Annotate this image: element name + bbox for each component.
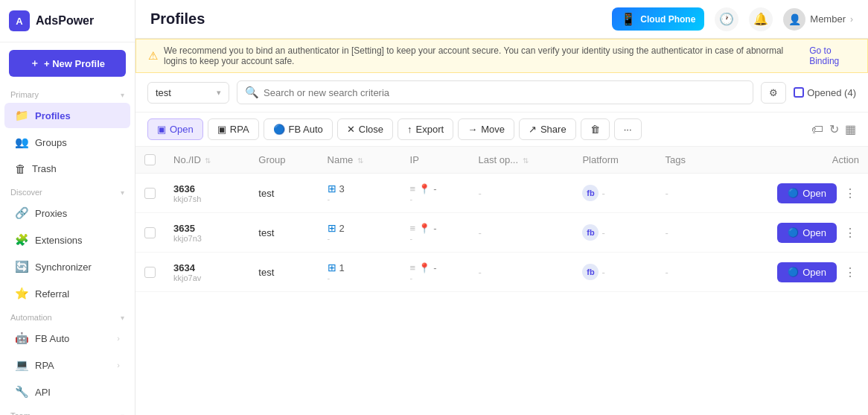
open-profile-button[interactable]: 🔵 Open bbox=[777, 223, 837, 243]
ip-dash: - bbox=[433, 223, 436, 234]
name-dash: - bbox=[328, 234, 392, 243]
col-last-op[interactable]: Last op... ⇅ bbox=[470, 147, 574, 174]
sidebar-item-fb-auto[interactable]: 🤖 FB Auto › bbox=[4, 326, 130, 351]
profile-hash: kkjo7av bbox=[173, 273, 240, 282]
row-tags-cell: - bbox=[657, 253, 715, 292]
row-more-button[interactable]: ⋮ bbox=[841, 262, 859, 282]
col-checkbox bbox=[135, 147, 165, 174]
export-action-button[interactable]: ↑ Export bbox=[398, 118, 453, 140]
row-more-button[interactable]: ⋮ bbox=[841, 223, 859, 243]
page-title: Profiles bbox=[150, 10, 205, 28]
synchronizer-icon: 🔄 bbox=[15, 260, 29, 273]
sidebar-item-proxies[interactable]: 🔗 Proxies bbox=[4, 200, 130, 226]
row-checkbox-cell bbox=[135, 253, 165, 292]
share-action-label: Share bbox=[540, 124, 567, 135]
warning-icon: ⚠ bbox=[148, 49, 158, 63]
sidebar-item-rpa[interactable]: 💻 RPA › bbox=[4, 352, 130, 378]
sidebar-item-profiles[interactable]: 📁 Profiles bbox=[4, 103, 130, 128]
sidebar-item-synchronizer[interactable]: 🔄 Synchronizer bbox=[4, 254, 130, 279]
row-checkbox-1[interactable] bbox=[144, 227, 156, 238]
sort-icon-id[interactable]: ⇅ bbox=[205, 156, 211, 165]
sort-icon-last-op[interactable]: ⇅ bbox=[523, 156, 529, 165]
rpa-action-label: RPA bbox=[230, 124, 249, 135]
bell-icon: 🔔 bbox=[753, 12, 768, 26]
windows-icon: ⊞ bbox=[328, 262, 336, 273]
close-action-button[interactable]: ✕ Close bbox=[337, 118, 393, 140]
last-op-value: - bbox=[479, 267, 482, 278]
windows-icon: ⊞ bbox=[328, 222, 336, 234]
refresh-icon: ↻ bbox=[829, 123, 839, 136]
sort-icon-name[interactable]: ⇅ bbox=[357, 156, 363, 165]
last-op-value: - bbox=[479, 227, 482, 238]
fb-auto-action-label: FB Auto bbox=[289, 124, 323, 135]
new-profile-button[interactable]: ＋ + New Profile bbox=[9, 50, 126, 77]
row-more-button[interactable]: ⋮ bbox=[841, 183, 859, 203]
fb-auto-action-button[interactable]: 🔵 FB Auto bbox=[264, 118, 333, 140]
open-action-label: Open bbox=[170, 124, 194, 135]
open-profile-button[interactable]: 🔵 Open bbox=[777, 262, 837, 282]
table-container: No./ID ⇅ Group Name ⇅ IP Last op... bbox=[135, 147, 868, 415]
row-checkbox-2[interactable] bbox=[144, 267, 156, 278]
move-action-button[interactable]: → Move bbox=[458, 118, 514, 140]
opened-badge: Opened (4) bbox=[794, 87, 856, 98]
filter-button[interactable]: ⚙ bbox=[761, 82, 786, 104]
ip-sub-dash: - bbox=[410, 194, 461, 203]
share-action-button[interactable]: ↗ Share bbox=[519, 118, 576, 140]
go-to-binding-link[interactable]: Go to Binding bbox=[809, 45, 855, 66]
history-button[interactable]: 🕐 bbox=[715, 7, 738, 31]
member-area[interactable]: 👤 Member › bbox=[783, 8, 853, 31]
grid-view-button[interactable]: ▦ bbox=[845, 122, 856, 136]
delete-action-button[interactable]: 🗑 bbox=[581, 118, 610, 140]
topbar: Profiles 📱 Cloud Phone 🕐 🔔 👤 Member › bbox=[135, 0, 868, 39]
row-platform-cell: fb - bbox=[573, 253, 656, 292]
tag-button[interactable]: 🏷 bbox=[811, 123, 823, 136]
select-all-checkbox[interactable] bbox=[144, 154, 156, 165]
tags-value: - bbox=[666, 267, 668, 278]
sidebar-item-trash[interactable]: 🗑 Trash bbox=[4, 156, 130, 181]
platform-num: 1 bbox=[339, 262, 345, 273]
rpa-action-button[interactable]: ▣ RPA bbox=[208, 118, 259, 140]
api-icon: 🔧 bbox=[15, 385, 29, 399]
search-icon: 🔍 bbox=[245, 86, 259, 99]
rpa-action-icon: ▣ bbox=[217, 124, 226, 135]
row-group-cell: test bbox=[249, 213, 318, 253]
col-no-id[interactable]: No./ID ⇅ bbox=[165, 147, 249, 174]
search-input[interactable] bbox=[264, 87, 745, 98]
open-profile-button[interactable]: 🔵 Open bbox=[777, 183, 837, 203]
more-actions-button[interactable]: ··· bbox=[614, 118, 642, 140]
profiles-table: No./ID ⇅ Group Name ⇅ IP Last op... bbox=[135, 147, 868, 292]
open-action-button[interactable]: ▣ Open bbox=[147, 118, 203, 140]
row-name-cell: ⊞ 1 - bbox=[319, 253, 401, 292]
sidebar-item-extensions[interactable]: 🧩 Extensions bbox=[4, 227, 130, 253]
col-platform: Platform bbox=[573, 147, 656, 174]
name-dash: - bbox=[328, 194, 392, 203]
row-checkbox-cell bbox=[135, 213, 165, 253]
move-action-label: Move bbox=[481, 124, 505, 135]
notification-button[interactable]: 🔔 bbox=[749, 7, 773, 31]
group-select[interactable]: test ▾ bbox=[147, 82, 229, 104]
cloud-phone-button[interactable]: 📱 Cloud Phone bbox=[612, 7, 704, 31]
col-name[interactable]: Name ⇅ bbox=[319, 147, 401, 174]
row-group-cell: test bbox=[249, 253, 318, 292]
table-header-row: No./ID ⇅ Group Name ⇅ IP Last op... bbox=[135, 147, 868, 174]
sidebar-section-primary: Primary ▾ bbox=[0, 84, 135, 102]
last-op-value: - bbox=[479, 188, 482, 199]
row-tags-cell: - bbox=[657, 174, 715, 213]
platform-dash: - bbox=[601, 188, 604, 199]
new-profile-label: + New Profile bbox=[44, 58, 105, 69]
col-tags: Tags bbox=[657, 147, 715, 174]
row-checkbox-0[interactable] bbox=[144, 188, 156, 199]
extensions-icon: 🧩 bbox=[15, 233, 29, 247]
platform-badge: fb bbox=[582, 224, 599, 241]
sidebar-item-referral[interactable]: ⭐ Referral bbox=[4, 281, 130, 306]
row-ip-cell: ≡ 📍 - - bbox=[401, 253, 470, 292]
platform-badge: fb bbox=[582, 264, 599, 280]
sidebar-item-api[interactable]: 🔧 API bbox=[4, 379, 130, 405]
name-dash: - bbox=[328, 273, 392, 282]
ip-location-icon: 📍 bbox=[418, 183, 430, 194]
sidebar-item-groups[interactable]: 👥 Groups bbox=[4, 130, 130, 155]
logo-text: AdsPower bbox=[36, 14, 94, 28]
logo-area: A AdsPower bbox=[0, 0, 135, 42]
action-bar-right: 🏷 ↻ ▦ bbox=[811, 122, 856, 136]
refresh-button[interactable]: ↻ bbox=[829, 122, 839, 136]
